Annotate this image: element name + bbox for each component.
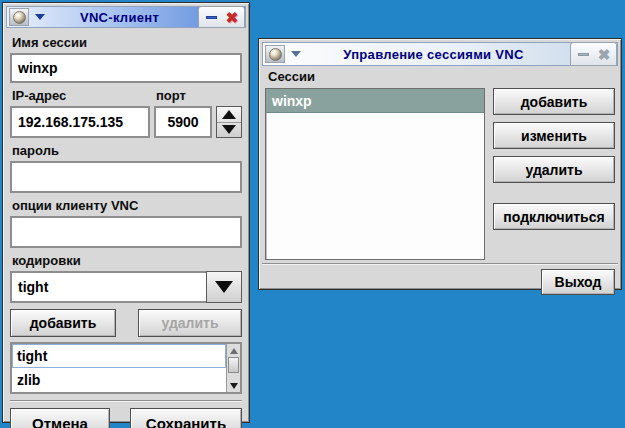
minimize-icon [578, 53, 589, 56]
save-button[interactable]: Сохранить [130, 408, 242, 428]
password-input[interactable] [10, 161, 242, 193]
password-label: пароль [12, 143, 242, 158]
spinner-up-icon [222, 110, 236, 119]
ip-label: IP-адрес [12, 88, 154, 103]
session-list-item[interactable]: winxp [266, 89, 484, 113]
port-spinner [216, 106, 242, 138]
close-icon: ✖ [226, 10, 239, 25]
spinner-down-icon [222, 125, 236, 134]
chevron-down-icon[interactable] [291, 51, 301, 57]
combobox-dropdown-button[interactable] [206, 271, 242, 303]
exit-button[interactable]: Выход [541, 269, 615, 295]
encodings-combobox[interactable]: tight [10, 271, 242, 303]
close-icon: ✖ [598, 47, 611, 62]
sessions-listbox[interactable]: winxp [265, 88, 485, 260]
encodings-scrollbar[interactable] [226, 344, 240, 392]
session-name-input[interactable]: winxp [10, 53, 242, 83]
cancel-button[interactable]: Отмена [10, 408, 110, 428]
window-menu-button[interactable] [9, 8, 29, 26]
minimize-button[interactable] [574, 46, 592, 62]
desktop: { "colors": { "desktop_bg": "#2285c8", "… [0, 0, 625, 428]
client-form: Имя сессии winxp IP-адрес порт 192.168.1… [6, 28, 246, 428]
scroll-down-icon [230, 383, 238, 389]
spinner-up-button[interactable] [217, 107, 241, 123]
window-icon [13, 11, 26, 24]
sessions-label: Сессии [268, 69, 618, 84]
scroll-up-icon [230, 348, 238, 354]
close-button[interactable]: ✖ [595, 46, 613, 62]
window-controls: ✖ [570, 42, 617, 66]
scrollbar-thumb[interactable] [228, 357, 239, 373]
encoding-add-button[interactable]: добавить [10, 309, 116, 337]
encodings-combobox-value: tight [18, 279, 48, 295]
encodings-label: кодировки [12, 253, 242, 268]
session-manager-window: Управление сессиями VNC ✖ Сессии winxp д… [258, 38, 622, 290]
separator [10, 400, 242, 402]
encodings-listbox[interactable]: tight zlib [10, 342, 242, 394]
encoding-list-item[interactable]: tight [12, 344, 226, 368]
session-remove-button[interactable]: удалить [493, 156, 615, 183]
port-input[interactable]: 5900 [154, 106, 212, 138]
window-title: VNC-клиент [45, 10, 194, 25]
client-titlebar[interactable]: VNC-клиент ✖ [6, 6, 246, 28]
options-input[interactable] [10, 216, 242, 248]
session-connect-button[interactable]: подключиться [493, 203, 615, 230]
scroll-down-button[interactable] [227, 379, 240, 392]
combo-arrow-icon [215, 281, 233, 293]
spinner-down-button[interactable] [217, 123, 241, 138]
vnc-client-window: VNC-клиент ✖ Имя сессии winxp IP-адрес п… [2, 2, 250, 423]
session-edit-button[interactable]: изменить [493, 122, 615, 149]
manager-titlebar[interactable]: Управление сессиями VNC ✖ [262, 42, 618, 66]
minimize-icon [206, 16, 217, 19]
encoding-list-item[interactable]: zlib [12, 368, 226, 392]
window-menu-button[interactable] [265, 45, 285, 63]
session-add-button[interactable]: добавить [493, 88, 615, 115]
options-label: опции клиенту VNC [12, 198, 242, 213]
port-label: порт [156, 88, 242, 103]
minimize-button[interactable] [202, 9, 220, 25]
ip-input[interactable]: 192.168.175.135 [10, 106, 150, 138]
encoding-remove-button[interactable]: удалить [138, 309, 242, 337]
scroll-up-button[interactable] [227, 344, 240, 357]
window-controls: ✖ [198, 6, 245, 28]
session-name-label: Имя сессии [12, 35, 242, 50]
chevron-down-icon[interactable] [35, 14, 45, 20]
window-title: Управление сессиями VNC [301, 47, 566, 62]
close-button[interactable]: ✖ [223, 9, 241, 25]
window-icon [269, 48, 282, 61]
